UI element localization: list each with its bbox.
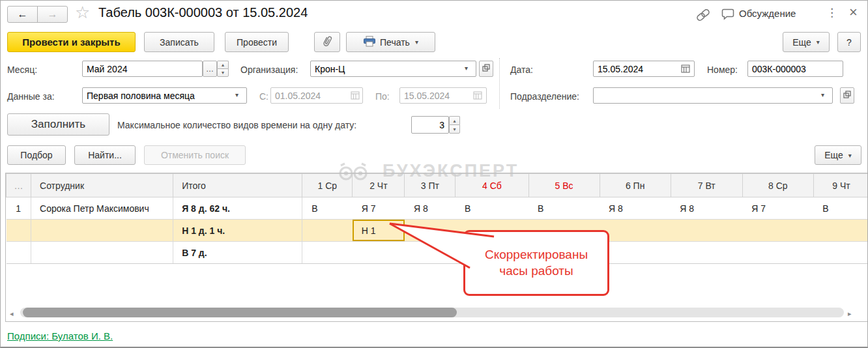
day-cell[interactable] [813,242,868,264]
more-button-table[interactable]: Еще ▾ [815,145,861,165]
day-cell[interactable] [302,220,353,242]
number-input[interactable] [747,61,843,77]
day-cell[interactable]: В [813,197,868,220]
fields-separator [499,58,500,109]
back-button[interactable]: ← [7,6,38,23]
day-cell[interactable]: Я 7 [742,197,813,220]
column-header-day[interactable]: 6 Пн [600,174,671,197]
day-cell[interactable] [671,242,742,264]
post-and-close-button[interactable]: Провести и закрыть [7,32,136,52]
day-cell-selected[interactable]: Н 1 [353,220,405,242]
day-cell[interactable]: В [456,197,528,220]
save-button[interactable]: Записать [144,32,214,52]
spin-down-icon[interactable]: ▾ [449,124,460,134]
total-cell[interactable]: Н 1 д. 1 ч. [173,220,302,242]
day-cell[interactable] [742,242,813,264]
timesheet-document-window: ← → ☆ Табель 003К-000003 от 15.05.2024 О… [0,0,868,348]
day-cell[interactable]: Я 8 [600,197,671,220]
find-button[interactable]: Найти... [74,145,136,165]
employee-cell[interactable] [31,242,173,264]
forward-button[interactable]: → [37,6,68,23]
column-header-day[interactable]: 3 Пт [405,174,456,197]
horizontal-scrollbar-thumb[interactable] [23,308,457,317]
column-header-day-weekend[interactable]: 4 Сб [456,174,528,197]
day-cell[interactable]: Я 8 [405,197,456,220]
department-input[interactable] [593,87,833,104]
column-header-day-weekend[interactable]: 5 Вс [528,174,600,197]
window-menu-dots-icon[interactable]: ⋮ [826,6,837,20]
pick-button[interactable]: Подбор [7,145,66,165]
date-input[interactable] [593,61,695,77]
employee-cell[interactable] [31,220,173,242]
more-button-top[interactable]: Еще ▾ [783,32,830,52]
help-button[interactable]: ? [837,32,861,52]
favorite-star-icon[interactable]: ☆ [75,3,90,23]
department-open-button[interactable] [840,87,854,104]
day-cell[interactable] [302,242,353,264]
table-row-highlighted[interactable]: Н 1 д. 1 ч. Н 1 [7,220,868,242]
column-header-day[interactable]: 9 Чт [813,174,868,197]
annotation-callout: Скорректированы часы работы [463,230,609,296]
table-row[interactable]: 1 Сорока Петр Максимович Я 8 д. 62 ч. В … [7,197,868,220]
back-arrow-icon: ← [18,8,28,20]
employee-cell[interactable]: Сорока Петр Максимович [31,197,173,220]
signatures-link[interactable]: Подписи: Булатов И. В. [7,330,113,341]
spin-down-icon[interactable]: ▾ [217,68,229,77]
month-input[interactable] [82,61,203,77]
day-cell[interactable] [742,220,813,242]
month-ellipsis-button[interactable]: … [203,61,217,77]
paperclip-icon [322,35,332,50]
day-cell[interactable] [600,220,671,242]
period-from-label: С: [259,91,268,102]
fill-button[interactable]: Заполнить [7,113,109,136]
number-label: Номер: [707,65,738,75]
organization-label: Организация: [240,65,298,75]
day-cell[interactable]: Я 7 [353,197,405,220]
total-cell[interactable]: Я 8 д. 62 ч. [173,197,302,220]
max-time-types-spinner[interactable]: ▴ ▾ [449,116,460,134]
table-row[interactable]: В 7 д. [7,242,868,264]
total-cell[interactable]: В 7 д. [173,242,302,264]
more-label: Еще [824,150,843,160]
month-label: Месяц: [7,65,37,75]
max-time-types-input[interactable] [411,116,449,134]
date-label: Дата: [510,65,533,75]
day-cell[interactable]: В [302,197,353,220]
column-header-total[interactable]: Итого [173,174,302,197]
column-header-day[interactable]: 8 Ср [742,174,813,197]
organization-input[interactable] [310,61,476,77]
scroll-right-arrow-icon[interactable]: ▸ [848,310,852,318]
spin-up-icon[interactable]: ▴ [449,116,460,124]
day-cell[interactable] [405,220,456,242]
day-cell[interactable] [671,220,742,242]
day-cell[interactable]: Я 8 [671,197,742,220]
day-cell[interactable] [353,242,405,264]
post-button[interactable]: Провести [225,32,289,52]
column-header-employee[interactable]: Сотрудник [31,174,173,197]
column-header-number[interactable]: … [7,174,31,197]
scroll-left-arrow-icon[interactable]: ◂ [10,310,14,318]
row-number-cell [7,220,31,242]
month-spinner[interactable]: ▴ ▾ [217,61,229,77]
day-cell[interactable] [813,220,868,242]
attachments-button[interactable] [314,32,340,52]
organization-open-button[interactable] [479,61,493,77]
data-for-select[interactable] [82,87,247,104]
column-header-day[interactable]: 7 Вт [671,174,742,197]
day-cell[interactable] [600,242,671,264]
forward-arrow-icon: → [48,8,58,20]
discussion-label[interactable]: Обсуждение [739,8,796,19]
timesheet-grid-container: … Сотрудник Итого 1 Ср 2 Чт 3 Пт 4 Сб 5 … [5,173,868,322]
close-icon[interactable]: × [849,4,858,21]
day-cell[interactable]: В [528,197,600,220]
day-cell[interactable] [405,242,456,264]
column-header-day[interactable]: 1 Ср [302,174,353,197]
open-form-icon [843,91,851,100]
print-button[interactable]: Печать ▾ [346,32,435,52]
spin-up-icon[interactable]: ▴ [217,61,229,68]
column-header-day[interactable]: 2 Чт [353,174,405,197]
chevron-down-icon: ▾ [415,38,418,46]
table-header-row: … Сотрудник Итого 1 Ср 2 Чт 3 Пт 4 Сб 5 … [7,174,868,197]
discussion-bubble-icon[interactable] [721,8,736,23]
copy-link-icon[interactable] [695,8,711,24]
